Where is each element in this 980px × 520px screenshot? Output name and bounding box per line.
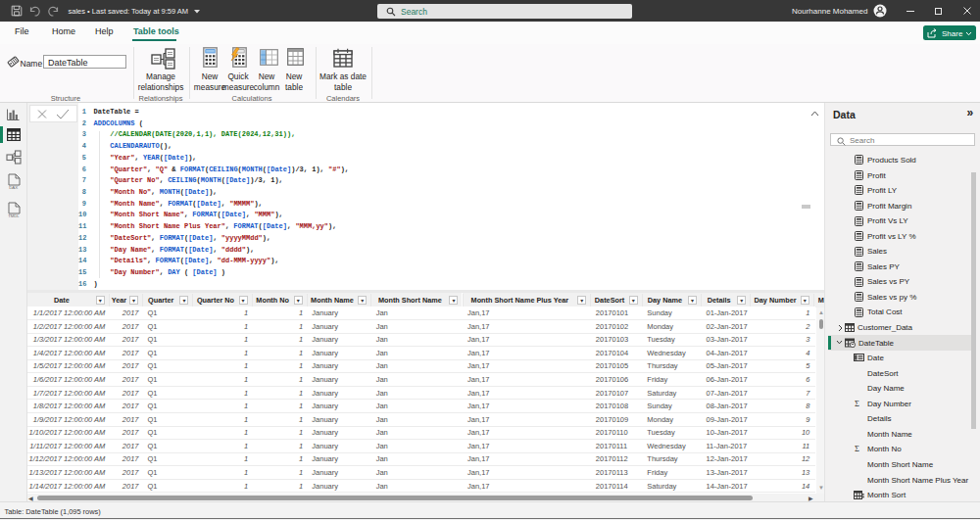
svg-text:DAX: DAX (9, 185, 18, 189)
svg-text:TMDL: TMDL (8, 213, 20, 217)
